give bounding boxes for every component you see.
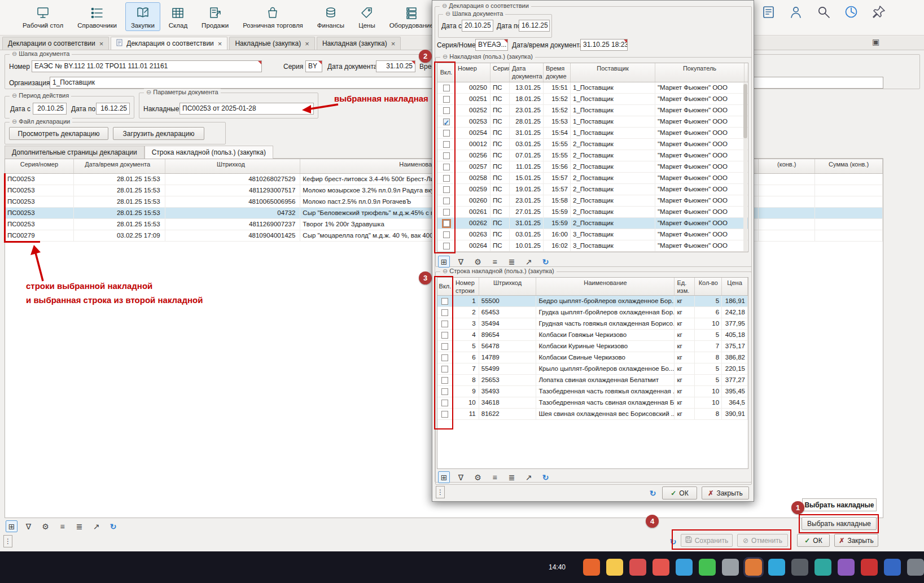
column-header[interactable]: Наименование (536, 278, 675, 295)
scrollbar-thumb[interactable] (743, 84, 747, 138)
include-checkbox[interactable] (443, 243, 450, 249)
subtab-extra-pages[interactable]: Дополнительные страницы декларации (5, 146, 144, 159)
refresh-icon[interactable]: ↻ (540, 256, 551, 268)
line-row[interactable]: 7 55499 Крыло цыплят-бройлеров охлажденн… (437, 363, 748, 375)
invoice-row[interactable]: 00254 ПС 31.01.25 15:54 1_Поставщик "Мар… (437, 128, 748, 139)
column-header[interactable]: Дата документа (510, 63, 544, 82)
taskbar-app-icon[interactable] (838, 559, 855, 576)
taskbar-app-icon[interactable] (606, 559, 623, 576)
list-check-icon[interactable]: ≡ (489, 256, 501, 268)
ribbon-item-prices[interactable]: Цены (353, 2, 381, 31)
view-declaration-button[interactable]: Просмотреть декларацию (9, 127, 108, 140)
column-header[interactable]: Дата/время документа (74, 159, 165, 173)
notes-icon[interactable] (761, 5, 776, 21)
open-external-icon[interactable]: ↗ (523, 471, 535, 483)
ribbon-item-equipment[interactable]: Оборудование (384, 2, 439, 31)
column-header[interactable]: Штрихкод (165, 159, 301, 173)
ok-button[interactable]: ✓ ОК (797, 534, 830, 547)
list-extra-icon[interactable]: ≣ (506, 256, 518, 268)
invoice-row[interactable]: 00251 ПС 18.01.25 15:52 1_Поставщик "Мар… (437, 94, 748, 105)
table-view-icon[interactable]: ⊞ (6, 520, 17, 532)
ribbon-item-finance[interactable]: Финансы (312, 2, 350, 31)
invoice-row[interactable]: 00259 ПС 19.01.25 15:57 2_Поставщик "Мар… (437, 184, 748, 195)
include-checkbox[interactable] (443, 175, 450, 182)
column-header[interactable]: (конв.) (759, 159, 815, 173)
column-header[interactable]: Штрихкод (479, 278, 537, 295)
line-row[interactable]: 9 35493 Тазобедренная часть говяжья охла… (437, 386, 748, 397)
include-checkbox[interactable] (443, 186, 450, 193)
settings-icon[interactable]: ⚙ (472, 256, 484, 268)
save-button[interactable]: Сохранить (681, 534, 733, 547)
taskbar-app-icon[interactable] (745, 559, 762, 576)
invoice-row[interactable]: 00250 ПС 13.01.25 15:51 1_Поставщик "Мар… (437, 82, 748, 94)
taskbar-app-icon[interactable] (676, 559, 693, 576)
column-header[interactable]: Кол-во (695, 278, 722, 295)
include-checkbox[interactable] (441, 400, 448, 406)
series-field[interactable]: BY (305, 60, 322, 72)
column-header[interactable]: Сумма (конв.) (815, 159, 883, 173)
include-checkbox[interactable] (443, 107, 450, 114)
dialog-ok-button[interactable]: ✓ ОК (662, 486, 697, 499)
include-checkbox[interactable] (441, 411, 448, 418)
ribbon-item-desktop[interactable]: Рабочий стол (17, 2, 69, 31)
invoice-row[interactable]: 00261 ПС 27.01.25 15:59 2_Поставщик "Мар… (437, 207, 748, 218)
invoice-row[interactable]: 00262 ПС 31.01.25 15:59 2_Поставщик "Мар… (437, 218, 748, 229)
open-external-icon[interactable]: ↗ (523, 256, 535, 268)
tab-declaration[interactable]: Декларация о соответствии× (111, 37, 227, 50)
load-declaration-button[interactable]: Загрузить декларацию (113, 127, 204, 140)
filter-icon[interactable]: ∇ (455, 471, 467, 483)
invoice-row[interactable]: 00012 ПС 03.01.25 15:55 2_Поставщик "Мар… (437, 139, 748, 150)
taskbar-app-icon[interactable] (722, 559, 739, 576)
include-checkbox[interactable] (441, 354, 448, 361)
table-view-icon[interactable]: ⊞ (438, 256, 450, 268)
filter-icon[interactable]: ∇ (455, 256, 467, 268)
close-icon[interactable]: × (99, 40, 104, 47)
refresh-icon[interactable]: ↻ (107, 520, 119, 532)
list-check-icon[interactable]: ≡ (56, 520, 68, 532)
include-checkbox[interactable] (441, 366, 448, 372)
column-header[interactable]: Номер строки (453, 278, 479, 295)
vertical-scrollbar[interactable] (743, 83, 747, 251)
line-row[interactable]: 10 34618 Тазобедренная часть свиная охла… (437, 397, 748, 409)
taskbar-app-icon[interactable] (884, 559, 901, 576)
open-external-icon[interactable]: ↗ (90, 520, 102, 532)
search-icon[interactable] (816, 5, 831, 21)
filter-icon[interactable]: ∇ (23, 520, 34, 532)
line-row[interactable]: 4 89654 Колбаски Говяжьи Черкизово кг 5 … (437, 330, 748, 341)
dialog-close-button[interactable]: ✗ Закрыть (702, 486, 749, 499)
taskbar-app-icon[interactable] (629, 559, 646, 576)
column-header[interactable]: Поставщик (571, 63, 655, 82)
include-checkbox[interactable] (443, 130, 450, 137)
ribbon-item-sales[interactable]: Продажи (196, 2, 234, 31)
refresh-icon[interactable]: ↻ (667, 536, 679, 547)
invoice-row[interactable]: 00253 ПС 28.01.25 15:53 1_Поставщик "Мар… (437, 116, 748, 128)
line-row[interactable]: 2 65453 Грудка цыплят-бройлеров охлажден… (437, 307, 748, 318)
include-checkbox[interactable] (441, 343, 448, 350)
line-row[interactable]: 5 56478 Колбаски Куриные Черкизово кг 7 … (437, 341, 748, 352)
settings-icon[interactable]: ⚙ (472, 471, 484, 483)
column-header[interactable]: Серия/номер (5, 159, 74, 173)
include-checkbox[interactable] (441, 321, 448, 327)
refresh-icon[interactable]: ↻ (647, 487, 659, 499)
invoice-row[interactable]: 00260 ПС 23.01.25 15:58 2_Поставщик "Мар… (437, 195, 748, 207)
dialog-date-from-field[interactable]: 20.10.25 (462, 20, 493, 32)
include-checkbox[interactable] (443, 220, 450, 227)
number-field[interactable]: ЕАЭС № BY.112 11.02 ТРО11 111.01 21161 (32, 60, 262, 72)
pin-icon[interactable] (872, 5, 887, 21)
taskbar-app-icon[interactable] (699, 559, 716, 576)
date-to-field[interactable]: 16.12.25 (96, 103, 130, 115)
tab-invoices[interactable]: Накладные (закупка)× (229, 37, 315, 50)
subtab-invoice-lines[interactable]: Строка накладной (польз.) (закупка) (144, 146, 273, 159)
invoice-row[interactable]: 00257 ПС 11.01.25 15:56 2_Поставщик "Мар… (437, 161, 748, 173)
list-extra-icon[interactable]: ≣ (73, 520, 85, 532)
line-row[interactable]: 3 35494 Грудная часть говяжья охлажденна… (437, 318, 748, 330)
include-checkbox[interactable] (441, 332, 448, 339)
list-extra-icon[interactable]: ≣ (506, 471, 518, 483)
taskbar-app-icon[interactable] (861, 559, 878, 576)
include-checkbox[interactable] (443, 96, 450, 103)
close-icon[interactable]: × (305, 40, 309, 47)
dialog-datetime-field[interactable]: 31.10.25 18:23 (580, 39, 628, 51)
taskbar-app-icon[interactable] (907, 559, 924, 576)
taskbar-app-icon[interactable] (583, 559, 600, 576)
date-from-field[interactable]: 20.10.25 (33, 103, 67, 115)
